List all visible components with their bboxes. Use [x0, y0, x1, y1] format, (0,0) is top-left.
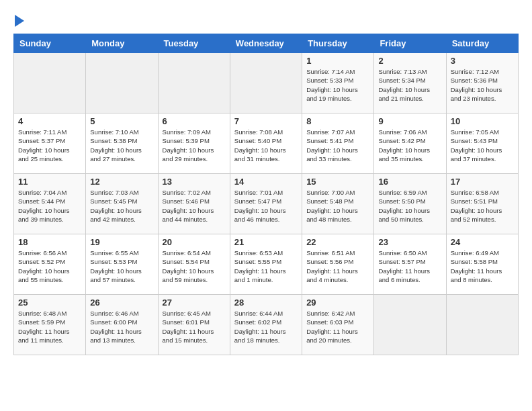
- day-info: Sunrise: 7:07 AM Sunset: 5:41 PM Dayligh…: [306, 128, 369, 163]
- day-number: 13: [163, 177, 226, 187]
- calendar-cell: 14Sunrise: 7:01 AM Sunset: 5:47 PM Dayli…: [230, 174, 302, 234]
- col-header-monday: Monday: [86, 34, 158, 53]
- day-number: 29: [306, 298, 369, 308]
- day-info: Sunrise: 7:01 AM Sunset: 5:47 PM Dayligh…: [234, 188, 298, 224]
- day-number: 25: [18, 298, 81, 308]
- calendar-cell: [86, 53, 158, 113]
- day-info: Sunrise: 7:02 AM Sunset: 5:46 PM Dayligh…: [163, 188, 226, 224]
- col-header-thursday: Thursday: [302, 34, 374, 53]
- day-number: 5: [90, 116, 153, 126]
- day-number: 17: [451, 177, 514, 187]
- day-info: Sunrise: 6:50 AM Sunset: 5:57 PM Dayligh…: [378, 248, 441, 284]
- day-number: 10: [451, 116, 514, 126]
- day-number: 11: [18, 177, 81, 187]
- calendar-cell: 17Sunrise: 6:58 AM Sunset: 5:51 PM Dayli…: [446, 174, 518, 234]
- day-info: Sunrise: 6:55 AM Sunset: 5:53 PM Dayligh…: [90, 248, 153, 284]
- calendar-cell: 6Sunrise: 7:09 AM Sunset: 5:39 PM Daylig…: [158, 113, 230, 174]
- day-number: 15: [306, 177, 369, 187]
- calendar-cell: 7Sunrise: 7:08 AM Sunset: 5:40 PM Daylig…: [230, 113, 302, 174]
- day-number: 23: [378, 237, 441, 247]
- calendar-cell: [374, 295, 446, 355]
- calendar-cell: 8Sunrise: 7:07 AM Sunset: 5:41 PM Daylig…: [302, 113, 374, 174]
- day-number: 3: [451, 56, 514, 66]
- day-number: 1: [306, 56, 369, 66]
- day-number: 21: [234, 237, 298, 247]
- day-number: 28: [234, 298, 298, 308]
- calendar-cell: 27Sunrise: 6:45 AM Sunset: 6:01 PM Dayli…: [158, 295, 230, 355]
- day-info: Sunrise: 6:56 AM Sunset: 5:52 PM Dayligh…: [18, 248, 81, 284]
- day-number: 19: [90, 237, 153, 247]
- calendar-cell: 2Sunrise: 7:13 AM Sunset: 5:34 PM Daylig…: [374, 53, 446, 113]
- calendar-cell: 18Sunrise: 6:56 AM Sunset: 5:52 PM Dayli…: [14, 234, 86, 295]
- calendar-cell: [158, 53, 230, 113]
- page-header: [13, 13, 519, 27]
- calendar-cell: 26Sunrise: 6:46 AM Sunset: 6:00 PM Dayli…: [86, 295, 158, 355]
- day-info: Sunrise: 6:44 AM Sunset: 6:02 PM Dayligh…: [234, 309, 298, 345]
- day-number: 18: [18, 237, 81, 247]
- day-number: 26: [90, 298, 153, 308]
- day-info: Sunrise: 7:05 AM Sunset: 5:43 PM Dayligh…: [451, 128, 514, 163]
- day-number: 8: [306, 116, 369, 126]
- day-number: 22: [306, 237, 369, 247]
- calendar-cell: 20Sunrise: 6:54 AM Sunset: 5:54 PM Dayli…: [158, 234, 230, 295]
- calendar-cell: 16Sunrise: 6:59 AM Sunset: 5:50 PM Dayli…: [374, 174, 446, 234]
- week-row-5: 25Sunrise: 6:48 AM Sunset: 5:59 PM Dayli…: [14, 295, 519, 355]
- day-number: 9: [378, 116, 441, 126]
- day-info: Sunrise: 7:08 AM Sunset: 5:40 PM Dayligh…: [234, 128, 298, 163]
- calendar-table: SundayMondayTuesdayWednesdayThursdayFrid…: [13, 34, 519, 355]
- day-number: 20: [163, 237, 226, 247]
- col-header-wednesday: Wednesday: [230, 34, 302, 53]
- day-info: Sunrise: 6:54 AM Sunset: 5:54 PM Dayligh…: [163, 248, 226, 284]
- day-info: Sunrise: 6:48 AM Sunset: 5:59 PM Dayligh…: [18, 309, 81, 345]
- calendar-cell: 4Sunrise: 7:11 AM Sunset: 5:37 PM Daylig…: [14, 113, 86, 174]
- day-number: 7: [234, 116, 298, 126]
- week-row-1: 1Sunrise: 7:14 AM Sunset: 5:33 PM Daylig…: [14, 53, 519, 113]
- calendar-cell: 1Sunrise: 7:14 AM Sunset: 5:33 PM Daylig…: [302, 53, 374, 113]
- calendar-cell: 10Sunrise: 7:05 AM Sunset: 5:43 PM Dayli…: [446, 113, 518, 174]
- day-info: Sunrise: 7:09 AM Sunset: 5:39 PM Dayligh…: [163, 128, 226, 163]
- day-number: 24: [451, 237, 514, 247]
- col-header-sunday: Sunday: [14, 34, 86, 53]
- calendar-cell: 13Sunrise: 7:02 AM Sunset: 5:46 PM Dayli…: [158, 174, 230, 234]
- week-row-4: 18Sunrise: 6:56 AM Sunset: 5:52 PM Dayli…: [14, 234, 519, 295]
- day-info: Sunrise: 7:14 AM Sunset: 5:33 PM Dayligh…: [306, 67, 369, 103]
- calendar-cell: 23Sunrise: 6:50 AM Sunset: 5:57 PM Dayli…: [374, 234, 446, 295]
- calendar-cell: 19Sunrise: 6:55 AM Sunset: 5:53 PM Dayli…: [86, 234, 158, 295]
- day-number: 2: [378, 56, 441, 66]
- calendar-cell: 3Sunrise: 7:12 AM Sunset: 5:36 PM Daylig…: [446, 53, 518, 113]
- calendar-cell: 9Sunrise: 7:06 AM Sunset: 5:42 PM Daylig…: [374, 113, 446, 174]
- calendar-cell: [446, 295, 518, 355]
- day-info: Sunrise: 6:59 AM Sunset: 5:50 PM Dayligh…: [378, 188, 441, 224]
- day-number: 14: [234, 177, 298, 187]
- day-info: Sunrise: 7:13 AM Sunset: 5:34 PM Dayligh…: [378, 67, 441, 103]
- day-info: Sunrise: 6:45 AM Sunset: 6:01 PM Dayligh…: [163, 309, 226, 345]
- day-number: 6: [163, 116, 226, 126]
- col-header-friday: Friday: [374, 34, 446, 53]
- calendar-cell: [230, 53, 302, 113]
- week-row-3: 11Sunrise: 7:04 AM Sunset: 5:44 PM Dayli…: [14, 174, 519, 234]
- day-info: Sunrise: 7:04 AM Sunset: 5:44 PM Dayligh…: [18, 188, 81, 224]
- day-info: Sunrise: 6:53 AM Sunset: 5:55 PM Dayligh…: [234, 248, 298, 284]
- day-number: 12: [90, 177, 153, 187]
- day-info: Sunrise: 7:12 AM Sunset: 5:36 PM Dayligh…: [451, 67, 514, 103]
- day-info: Sunrise: 7:10 AM Sunset: 5:38 PM Dayligh…: [90, 128, 153, 163]
- logo-arrow-icon: [15, 15, 24, 27]
- calendar-header-row: SundayMondayTuesdayWednesdayThursdayFrid…: [14, 34, 519, 53]
- day-number: 16: [378, 177, 441, 187]
- day-info: Sunrise: 7:11 AM Sunset: 5:37 PM Dayligh…: [18, 128, 81, 163]
- calendar-cell: 29Sunrise: 6:42 AM Sunset: 6:03 PM Dayli…: [302, 295, 374, 355]
- col-header-saturday: Saturday: [446, 34, 518, 53]
- logo: [13, 13, 24, 27]
- col-header-tuesday: Tuesday: [158, 34, 230, 53]
- day-info: Sunrise: 7:00 AM Sunset: 5:48 PM Dayligh…: [306, 188, 369, 224]
- week-row-2: 4Sunrise: 7:11 AM Sunset: 5:37 PM Daylig…: [14, 113, 519, 174]
- calendar-cell: 15Sunrise: 7:00 AM Sunset: 5:48 PM Dayli…: [302, 174, 374, 234]
- day-info: Sunrise: 7:06 AM Sunset: 5:42 PM Dayligh…: [378, 128, 441, 163]
- calendar-cell: 11Sunrise: 7:04 AM Sunset: 5:44 PM Dayli…: [14, 174, 86, 234]
- calendar-cell: 25Sunrise: 6:48 AM Sunset: 5:59 PM Dayli…: [14, 295, 86, 355]
- day-info: Sunrise: 6:58 AM Sunset: 5:51 PM Dayligh…: [451, 188, 514, 224]
- day-number: 27: [163, 298, 226, 308]
- day-info: Sunrise: 7:03 AM Sunset: 5:45 PM Dayligh…: [90, 188, 153, 224]
- day-info: Sunrise: 6:49 AM Sunset: 5:58 PM Dayligh…: [451, 248, 514, 284]
- day-number: 4: [18, 116, 81, 126]
